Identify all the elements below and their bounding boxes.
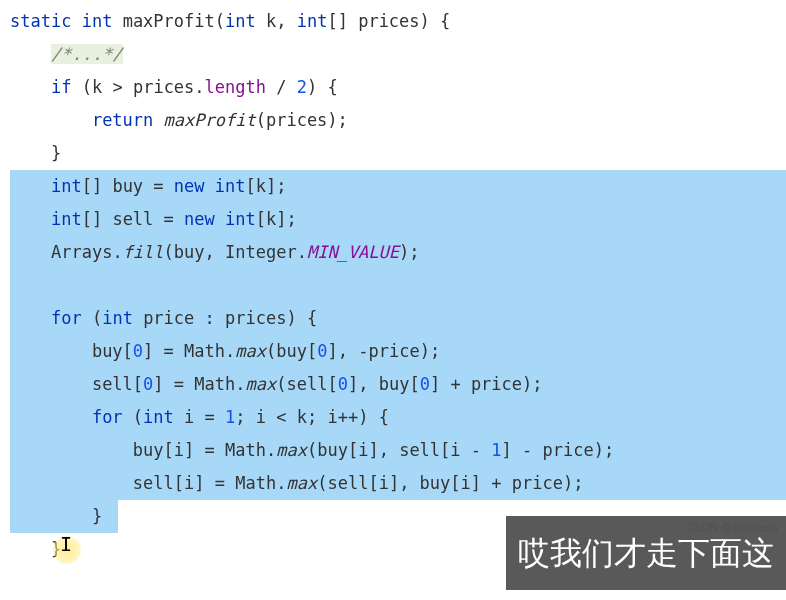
code-line-selected[interactable]: int[] buy = new int[k]; xyxy=(10,170,786,203)
code-line-selected[interactable]: sell[0] = Math.max(sell[0], buy[0] + pri… xyxy=(10,368,786,401)
keyword-int: int xyxy=(51,209,82,229)
number: 1 xyxy=(491,440,501,460)
var: price xyxy=(471,374,522,394)
text-cursor-icon: I xyxy=(60,525,72,564)
code-line-selected[interactable]: sell[i] = Math.max(sell[i], buy[i] + pri… xyxy=(10,467,786,500)
var: k xyxy=(266,209,276,229)
brace: } xyxy=(92,506,102,526)
op: = xyxy=(174,374,184,394)
method-call: max xyxy=(286,473,317,493)
code-line-selected[interactable]: for (int price : prices) { xyxy=(10,302,786,335)
keyword-int: int xyxy=(51,176,82,196)
var: k xyxy=(92,77,102,97)
code-editor[interactable]: static int maxProfit(int k, int[] prices… xyxy=(0,0,786,566)
op: + xyxy=(491,473,501,493)
number: 0 xyxy=(133,341,143,361)
var: prices xyxy=(133,77,194,97)
keyword-int: int xyxy=(143,407,174,427)
method-call: max xyxy=(276,440,307,460)
code-line[interactable]: if (k > prices.length / 2) { xyxy=(10,71,786,104)
brace: } xyxy=(51,143,61,163)
var: price xyxy=(543,440,594,460)
comment-block: /*...*/ xyxy=(51,44,123,64)
op: = xyxy=(205,407,215,427)
var: i xyxy=(184,473,194,493)
code-line-selected[interactable]: for (int i = 1; i < k; i++) { xyxy=(10,401,786,434)
op: = xyxy=(153,176,163,196)
var: i xyxy=(174,440,184,460)
var: sell xyxy=(327,473,368,493)
keyword-int: int xyxy=(225,11,256,31)
var: sell xyxy=(287,374,328,394)
subtitle-caption: 哎我们才走下面这 xyxy=(506,516,786,590)
code-line-selected[interactable]: Arrays.fill(buy, Integer.MIN_VALUE); xyxy=(10,236,786,269)
code-line-selected[interactable]: int[] sell = new int[k]; xyxy=(10,203,786,236)
var: i xyxy=(461,473,471,493)
class: Math xyxy=(235,473,276,493)
op: = xyxy=(215,473,225,493)
code-line-selected[interactable]: buy[i] = Math.max(buy[i], sell[i - 1] - … xyxy=(10,434,786,467)
param: prices xyxy=(358,11,419,31)
class: Math xyxy=(225,440,266,460)
var: price xyxy=(512,473,563,493)
op: < xyxy=(276,407,286,427)
op: - xyxy=(522,440,532,460)
keyword-new: new xyxy=(184,209,215,229)
field-length: length xyxy=(205,77,266,97)
var: i xyxy=(379,473,389,493)
op: + xyxy=(450,374,460,394)
op: = xyxy=(164,209,174,229)
number: 1 xyxy=(225,407,235,427)
var: i xyxy=(256,407,266,427)
op: = xyxy=(205,440,215,460)
var: buy xyxy=(420,473,451,493)
param: k xyxy=(266,11,276,31)
var: k xyxy=(256,176,266,196)
var: sell xyxy=(133,473,174,493)
number: 0 xyxy=(338,374,348,394)
code-line[interactable]: } xyxy=(10,137,786,170)
code-line[interactable]: static int maxProfit(int k, int[] prices… xyxy=(10,5,786,38)
code-line-selected[interactable]: buy[0] = Math.max(buy[0], -price); xyxy=(10,335,786,368)
op: = xyxy=(164,341,174,361)
var: buy xyxy=(379,374,410,394)
var: buy xyxy=(133,440,164,460)
var: sell xyxy=(112,209,153,229)
method-call: fill xyxy=(123,242,164,262)
keyword-int: int xyxy=(102,308,133,328)
code-line[interactable]: /*...*/ xyxy=(10,38,786,71)
var: sell xyxy=(399,440,440,460)
keyword-int: int xyxy=(82,11,113,31)
var: price xyxy=(368,341,419,361)
keyword-static: static xyxy=(10,11,71,31)
keyword-new: new xyxy=(174,176,205,196)
code-line-blank[interactable] xyxy=(10,269,786,302)
var: buy xyxy=(112,176,143,196)
keyword-int: int xyxy=(215,176,246,196)
class: Math xyxy=(194,374,235,394)
number: 2 xyxy=(297,77,307,97)
keyword-for: for xyxy=(51,308,82,328)
var: buy xyxy=(92,341,123,361)
code-line[interactable]: return maxProfit(prices); xyxy=(10,104,786,137)
class: Integer xyxy=(225,242,297,262)
keyword-int: int xyxy=(225,209,256,229)
keyword-return: return xyxy=(92,110,153,130)
var: k xyxy=(297,407,307,427)
number: 0 xyxy=(143,374,153,394)
class: Arrays xyxy=(51,242,112,262)
constant: MIN_VALUE xyxy=(307,242,399,262)
var: buy xyxy=(174,242,205,262)
class: Math xyxy=(184,341,225,361)
var: sell xyxy=(92,374,133,394)
keyword-for: for xyxy=(92,407,123,427)
var: price xyxy=(143,308,194,328)
var: i xyxy=(328,407,338,427)
op: / xyxy=(276,77,286,97)
method-name: maxProfit xyxy=(123,11,215,31)
op: > xyxy=(112,77,122,97)
keyword-if: if xyxy=(51,77,71,97)
var: i xyxy=(358,440,368,460)
op: - xyxy=(471,440,481,460)
number: 0 xyxy=(420,374,430,394)
